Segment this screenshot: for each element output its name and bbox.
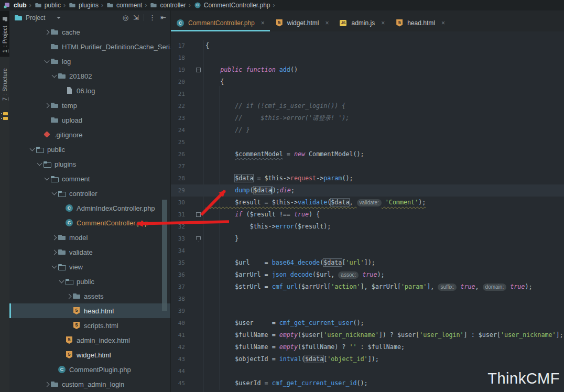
line-number[interactable]: 39 bbox=[171, 305, 185, 317]
tree-scrollbar[interactable] bbox=[162, 200, 167, 311]
line-number[interactable]: 37 bbox=[171, 281, 185, 293]
tree-item[interactable]: controller bbox=[9, 186, 170, 201]
tree-item[interactable]: temp bbox=[9, 98, 170, 113]
code-line[interactable]: 22 // if (!cmf_is_user_login()) { bbox=[171, 100, 564, 112]
code-text[interactable]: $userId = cmf_get_current_user_id(); bbox=[205, 377, 368, 389]
code-text[interactable]: public function add() bbox=[205, 64, 298, 76]
code-line[interactable]: 25 bbox=[171, 136, 564, 148]
code-text[interactable]: } bbox=[205, 233, 238, 245]
editor-tab[interactable]: admin.js× bbox=[334, 14, 390, 31]
line-number[interactable]: 24 bbox=[171, 124, 185, 136]
code-text[interactable]: // $this->error('请登录! '); bbox=[205, 112, 349, 124]
code-text[interactable]: $data = $this->request->param(); bbox=[205, 172, 353, 184]
tree-item[interactable]: validate bbox=[9, 245, 170, 259]
editor-tab[interactable]: CommentController.php× bbox=[171, 14, 270, 31]
tree-item[interactable]: head.html bbox=[9, 303, 170, 318]
tree-item[interactable]: log bbox=[9, 54, 170, 69]
code-line[interactable]: 32 $this->error($result); bbox=[171, 221, 564, 233]
tree-item[interactable]: custom_admin_login bbox=[9, 377, 170, 391]
fold-marker-icon[interactable] bbox=[196, 236, 201, 242]
code-line[interactable]: 33 } bbox=[171, 233, 564, 245]
breadcrumb-item[interactable]: comment bbox=[105, 1, 143, 9]
code-text[interactable]: dump($data);die; bbox=[205, 184, 295, 197]
code-line[interactable]: 41 $fullName = empty($user['user_nicknam… bbox=[171, 329, 564, 341]
code-line[interactable]: 42 $fullName = empty($fullName) ? '' : $… bbox=[171, 341, 564, 353]
code-line[interactable]: 17{ bbox=[171, 40, 564, 52]
code-text[interactable]: // if (!cmf_is_user_login()) { bbox=[205, 100, 345, 112]
code-text[interactable]: $strUrl = cmf_url($arrUrl['action'], $ar… bbox=[205, 281, 532, 293]
code-line[interactable]: 23 // $this->error('请登录! '); bbox=[171, 112, 564, 124]
tree-item[interactable]: 201802 bbox=[9, 69, 170, 83]
line-number[interactable]: 38 bbox=[171, 293, 185, 305]
code-text[interactable]: $user = cmf_get_current_user(); bbox=[205, 317, 364, 329]
code-text[interactable]: $arrUrl = json_decode($url, assoc: true)… bbox=[205, 269, 385, 281]
code-area[interactable]: 17{1819− public function add()20 {2122 /… bbox=[171, 31, 564, 392]
code-line[interactable]: 37 $strUrl = cmf_url($arrUrl['action'], … bbox=[171, 281, 564, 293]
line-number[interactable]: 18 bbox=[171, 52, 185, 64]
code-line[interactable]: 40 $user = cmf_get_current_user(); bbox=[171, 317, 564, 329]
breadcrumb-item[interactable]: club bbox=[2, 1, 28, 9]
code-line[interactable]: 34 bbox=[171, 245, 564, 257]
code-text[interactable]: $url = base64_decode($data['url']); bbox=[205, 257, 375, 269]
close-icon[interactable]: × bbox=[325, 19, 329, 27]
code-line[interactable]: 35 $url = base64_decode($data['url']); bbox=[171, 257, 564, 269]
code-line[interactable]: 36 $arrUrl = json_decode($url, assoc: tr… bbox=[171, 269, 564, 281]
breadcrumb-item[interactable]: CommentController.php bbox=[192, 1, 272, 9]
locate-icon[interactable]: ◎ bbox=[123, 14, 128, 21]
code-line[interactable]: 24 // } bbox=[171, 124, 564, 136]
line-number[interactable]: 30 bbox=[171, 197, 185, 209]
line-number[interactable]: 17 bbox=[171, 40, 185, 52]
code-line[interactable]: 26 $commentModel = new CommentModel(); bbox=[171, 148, 564, 160]
line-number[interactable]: 45 bbox=[171, 377, 185, 389]
line-number[interactable]: 29 bbox=[171, 184, 185, 197]
line-number[interactable]: 33 bbox=[171, 233, 185, 245]
tree-item[interactable]: AdminIndexController.php bbox=[9, 201, 170, 215]
code-text[interactable]: if ($result !== true) { bbox=[205, 209, 320, 221]
tree-item[interactable]: CommentController.php bbox=[9, 215, 170, 230]
editor-tab[interactable]: head.html× bbox=[390, 14, 450, 31]
line-number[interactable]: 41 bbox=[171, 329, 185, 341]
code-text[interactable]: { bbox=[205, 76, 224, 88]
tree-item[interactable]: admin_index.html bbox=[9, 333, 170, 347]
tree-item[interactable]: .gitignore bbox=[9, 127, 170, 142]
close-icon[interactable]: × bbox=[381, 19, 385, 27]
line-number[interactable]: 35 bbox=[171, 257, 185, 269]
tree-item[interactable]: cache bbox=[9, 25, 170, 39]
tool-window-button[interactable]: 7: Structure bbox=[0, 64, 9, 105]
fold-marker-icon[interactable]: − bbox=[196, 68, 201, 72]
tree-item[interactable]: HTMLPurifier_DefinitionCache_Serializer bbox=[9, 39, 170, 54]
tree-item[interactable]: plugins bbox=[9, 157, 170, 171]
code-text[interactable]: $fullName = empty($user['user_nickname']… bbox=[205, 329, 563, 341]
tool-window-button[interactable]: 1: Project bbox=[0, 10, 9, 57]
breadcrumb-item[interactable]: plugins bbox=[67, 1, 100, 9]
line-number[interactable]: 31 bbox=[171, 209, 185, 221]
code-line[interactable]: 39 bbox=[171, 305, 564, 317]
fold-marker-icon[interactable] bbox=[196, 212, 201, 217]
tree-item[interactable]: widget.html bbox=[9, 347, 170, 362]
close-icon[interactable]: × bbox=[261, 19, 265, 27]
code-line[interactable]: 21 bbox=[171, 88, 564, 100]
code-text[interactable]: $fullName = empty($fullName) ? '' : $ful… bbox=[205, 341, 405, 353]
hide-panel-icon[interactable]: ⇤ bbox=[160, 14, 166, 21]
code-text[interactable]: { bbox=[205, 40, 209, 52]
collapse-all-icon[interactable]: ⇲ bbox=[133, 14, 139, 21]
tree-item[interactable]: model bbox=[9, 230, 170, 245]
line-number[interactable]: 25 bbox=[171, 136, 185, 148]
code-line[interactable]: 20 { bbox=[171, 76, 564, 88]
code-text[interactable]: $result = $this->validate($data, validat… bbox=[205, 197, 426, 209]
line-number[interactable]: 32 bbox=[171, 221, 185, 233]
line-number[interactable]: 20 bbox=[171, 76, 185, 88]
code-line[interactable]: 18 bbox=[171, 52, 564, 64]
code-text[interactable]: $this->error($result); bbox=[205, 221, 331, 233]
code-line[interactable]: 19− public function add() bbox=[171, 64, 564, 76]
breadcrumb-item[interactable]: public bbox=[33, 1, 62, 9]
code-text[interactable]: $objectId = intval($data['object_id']); bbox=[205, 353, 379, 365]
line-number[interactable]: 19 bbox=[171, 64, 185, 76]
line-number[interactable]: 46 bbox=[171, 389, 185, 392]
line-number[interactable]: 42 bbox=[171, 341, 185, 353]
editor-tab[interactable]: widget.html× bbox=[270, 14, 334, 31]
chevron-down-icon[interactable] bbox=[57, 17, 61, 19]
code-line[interactable]: 46 bbox=[171, 389, 564, 392]
more-options-icon[interactable]: ⋮ bbox=[149, 14, 156, 21]
line-number[interactable]: 36 bbox=[171, 269, 185, 281]
